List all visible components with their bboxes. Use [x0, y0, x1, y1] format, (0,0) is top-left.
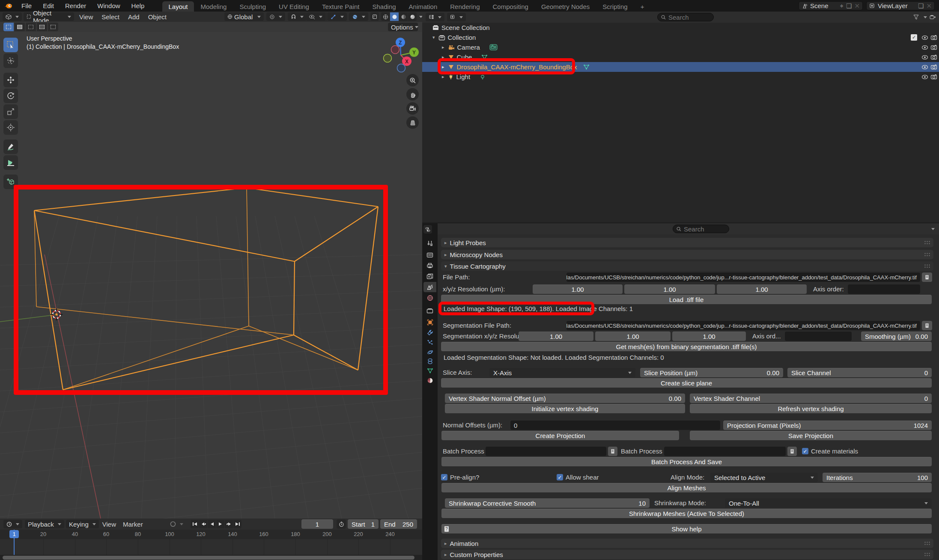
pivot-point-dropdown[interactable]	[266, 12, 285, 21]
slice-axis-dropdown[interactable]: X-Axis	[489, 368, 635, 377]
tab-render[interactable]	[423, 250, 436, 260]
tool-move[interactable]	[3, 73, 18, 87]
gizmo-neg-x-axis[interactable]	[391, 46, 399, 54]
outliner-search-input[interactable]: Search	[657, 13, 714, 21]
zoom-button[interactable]	[406, 74, 419, 86]
jump-to-start-button[interactable]	[191, 520, 199, 528]
tab-modifiers[interactable]	[423, 327, 436, 338]
disable-render-camera-icon[interactable]	[930, 64, 937, 70]
auto-key-dropdown-caret[interactable]	[180, 523, 183, 525]
batch-out-browse-button[interactable]	[787, 447, 797, 456]
show-object-types-dropdown[interactable]	[306, 12, 325, 21]
current-frame-field[interactable]: 1	[301, 519, 333, 529]
batch-out-input[interactable]	[664, 447, 786, 456]
vp-menu-select[interactable]: Select	[98, 12, 123, 21]
tool-select-box[interactable]	[3, 38, 18, 52]
axis-order-input[interactable]	[848, 284, 920, 294]
editor-type-outliner-dropdown[interactable]	[426, 13, 444, 21]
start-frame-field[interactable]: Start1	[348, 519, 379, 529]
disable-render-camera-icon[interactable]	[930, 54, 937, 60]
auto-key-record-icon[interactable]	[170, 521, 176, 527]
hide-eye-icon[interactable]	[921, 35, 928, 40]
shrinkwrap-smooth-field[interactable]: Shrinkwrap Corrective Smooth10	[445, 498, 650, 508]
tab-object[interactable]	[423, 317, 436, 327]
slice-position-field[interactable]: Slice Position (µm)0.00	[640, 368, 783, 377]
new-scene-icon[interactable]: ❏	[846, 2, 852, 10]
scene-selector[interactable]: Scene ⌖ ❏ ✕	[799, 1, 863, 10]
workspace-tab-texture-paint[interactable]: Texture Paint	[316, 1, 366, 12]
viewlayer-selector[interactable]: ViewLayer ❏ ✕	[866, 1, 935, 10]
resolution-y-field[interactable]: 1.00	[624, 284, 715, 294]
panel-light-probes[interactable]: ▸ Light Probes	[441, 238, 933, 247]
vp-menu-object[interactable]: Object	[145, 12, 170, 21]
seg-resolution-x-field[interactable]: 1.00	[519, 332, 593, 341]
select-mode-invert[interactable]	[37, 23, 47, 31]
batch-in-input[interactable]	[486, 447, 606, 456]
file-path-input[interactable]: /home/nikolas/Documents/UCSB/streichan/n…	[566, 273, 920, 282]
jump-to-end-button[interactable]	[233, 520, 241, 528]
save-projection-button[interactable]: Save Projection	[690, 431, 932, 440]
batch-in-browse-button[interactable]	[608, 447, 617, 456]
panel-tissue-cartography[interactable]: ▾ Tissue Cartography	[441, 261, 933, 271]
timeline-view-menu[interactable]: View	[99, 520, 119, 529]
iterations-field[interactable]: Iterations100	[823, 473, 932, 482]
menu-help[interactable]: Help	[126, 1, 150, 11]
file-browse-button[interactable]	[922, 273, 932, 282]
select-mode-new[interactable]	[3, 23, 14, 31]
outliner-display-mode-dropdown[interactable]	[447, 13, 466, 21]
timeline-ruler[interactable]: 20 40 60 80 100 120 140 160 180 200 220 …	[0, 530, 422, 539]
pin-icon[interactable]: ⌖	[840, 2, 844, 10]
tab-collection[interactable]	[423, 305, 436, 316]
prev-keyframe-button[interactable]	[199, 520, 207, 528]
smoothing-field[interactable]: Smoothing (µm)0.00	[861, 332, 932, 341]
tool-measure[interactable]	[3, 155, 18, 170]
panel-grip[interactable]	[924, 552, 930, 557]
overlays-dropdown[interactable]	[349, 12, 368, 21]
end-frame-field[interactable]: End250	[380, 519, 417, 529]
align-meshes-button[interactable]: Align Meshes	[441, 483, 932, 492]
vertex-offset-field[interactable]: Vertex Shader Normal Offset (µm)0.00	[445, 394, 685, 403]
hide-eye-icon[interactable]	[921, 65, 928, 70]
tab-view-layer[interactable]	[423, 271, 436, 281]
shrinkwrap-mode-dropdown[interactable]: One-To-All	[725, 498, 932, 508]
allow-shear-checkbox[interactable]	[557, 474, 563, 480]
gizmo-neg-z-axis[interactable]	[397, 64, 405, 72]
use-preview-range-button[interactable]	[337, 519, 346, 529]
workspace-tab-geometry-nodes[interactable]: Geometry Nodes	[535, 1, 596, 12]
tab-object-data[interactable]	[423, 365, 436, 376]
next-keyframe-button[interactable]	[225, 520, 233, 528]
prealign-checkbox[interactable]	[441, 474, 447, 480]
pan-button[interactable]	[406, 88, 419, 101]
panel-microscopy-nodes[interactable]: ▸ Microscopy Nodes	[441, 250, 933, 259]
select-mode-extend[interactable]	[15, 23, 25, 31]
orthographic-toggle-button[interactable]	[406, 116, 419, 129]
disable-render-camera-icon[interactable]	[930, 35, 937, 40]
editor-type-3dview-dropdown[interactable]	[3, 12, 22, 21]
hide-eye-icon[interactable]	[921, 74, 928, 80]
playhead-badge[interactable]: 1	[9, 530, 19, 538]
disable-render-camera-icon[interactable]	[930, 44, 937, 50]
camera-view-button[interactable]	[406, 102, 419, 115]
vp-menu-add[interactable]: Add	[125, 12, 143, 21]
normal-offsets-input[interactable]: 0	[510, 421, 720, 430]
new-collection-icon[interactable]	[930, 15, 936, 20]
workspace-tab-sculpting[interactable]: Sculpting	[233, 1, 272, 12]
new-viewlayer-icon[interactable]: ❏	[918, 2, 924, 10]
menu-window[interactable]: Window	[92, 1, 125, 11]
workspace-tab-animation[interactable]: Animation	[403, 1, 444, 12]
workspace-tab-layout[interactable]: Layout	[162, 1, 194, 12]
editor-type-timeline-dropdown[interactable]	[3, 520, 22, 528]
panel-grip[interactable]	[924, 541, 930, 545]
tab-scene[interactable]	[423, 282, 436, 292]
seg-axis-order-input[interactable]	[785, 332, 852, 341]
create-slice-plane-button[interactable]: Create slice plane	[441, 378, 932, 388]
xray-toggle[interactable]	[370, 12, 379, 21]
select-mode-intersect[interactable]	[48, 23, 58, 31]
get-mesh-button[interactable]: Get mesh(es) from binary segmentation .t…	[441, 342, 932, 351]
slice-channel-field[interactable]: Slice Channel0	[787, 368, 932, 377]
outliner-row-collection[interactable]: ▾ Collection ✓	[422, 33, 939, 42]
init-vertex-shading-button[interactable]: Initialize vertex shading	[445, 404, 685, 413]
select-mode-subtract[interactable]	[26, 23, 36, 31]
viewport-canvas[interactable]: User Perspective (1) Collection | Drosop…	[0, 32, 422, 519]
tool-rotate[interactable]	[3, 89, 18, 103]
